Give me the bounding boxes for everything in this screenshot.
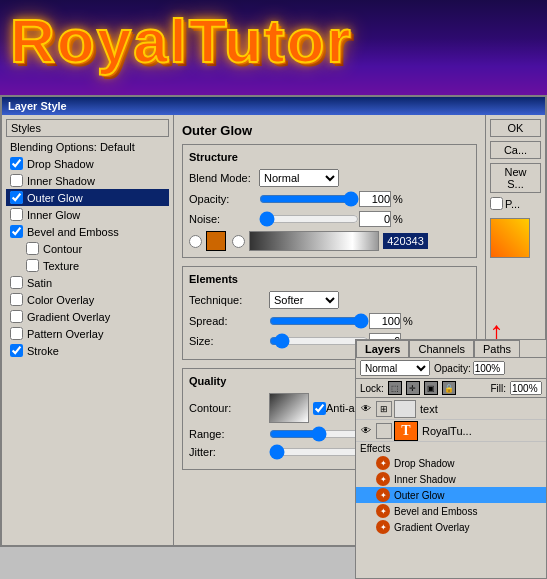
anti-alias-checkbox[interactable]: [313, 402, 326, 415]
blending-options-item[interactable]: Blending Options: Default: [6, 139, 169, 155]
brush-icon[interactable]: ▣: [424, 381, 438, 395]
preview-check: P...: [490, 197, 541, 210]
technique-label: Technique:: [189, 294, 269, 306]
color-row: 420343: [189, 231, 470, 251]
outer-glow-effect-icon: ✦: [376, 488, 390, 502]
blend-mode-select[interactable]: Normal Screen Multiply: [259, 169, 339, 187]
anti-alias-label: Anti-a: [326, 402, 355, 414]
opacity-input[interactable]: [359, 191, 391, 207]
styles-header[interactable]: Styles: [6, 119, 169, 137]
banner-text: RoyalTutor: [10, 5, 353, 76]
technique-select[interactable]: Softer Precise: [269, 291, 339, 309]
stroke-checkbox[interactable]: [10, 344, 23, 357]
drop-shadow-item[interactable]: Drop Shadow: [6, 155, 169, 172]
outer-glow-effect-label: Outer Glow: [394, 490, 445, 501]
color-overlay-checkbox[interactable]: [10, 293, 23, 306]
texture-item[interactable]: Texture: [6, 257, 169, 274]
effect-bevel-emboss[interactable]: ✦ Bevel and Emboss: [356, 503, 546, 519]
contour-preview[interactable]: [269, 393, 309, 423]
eye-icon-royal[interactable]: 👁: [358, 423, 374, 439]
outer-glow-item[interactable]: Outer Glow: [6, 189, 169, 206]
move-icon[interactable]: ✛: [406, 381, 420, 395]
color-radio[interactable]: [189, 235, 202, 248]
spread-slider[interactable]: [269, 314, 369, 328]
spread-input[interactable]: [369, 313, 401, 329]
pattern-overlay-checkbox[interactable]: [10, 327, 23, 340]
tab-paths[interactable]: Paths: [474, 340, 520, 357]
inner-shadow-checkbox[interactable]: [10, 174, 23, 187]
size-slider[interactable]: [269, 334, 369, 348]
opacity-label: Opacity:: [434, 363, 471, 374]
bevel-emboss-item[interactable]: Bevel and Emboss: [6, 223, 169, 240]
noise-slider[interactable]: [259, 212, 359, 226]
link-icon[interactable]: ⊞: [376, 401, 392, 417]
noise-label: Noise:: [189, 213, 259, 225]
satin-item[interactable]: Satin: [6, 274, 169, 291]
lock-label: Lock:: [360, 383, 384, 394]
color-overlay-item[interactable]: Color Overlay: [6, 291, 169, 308]
layers-controls: Normal Opacity:: [356, 358, 546, 379]
opacity-row: Opacity: %: [189, 191, 470, 207]
bevel-emboss-checkbox[interactable]: [10, 225, 23, 238]
new-style-button[interactable]: New S...: [490, 163, 541, 193]
contour-label: Contour:: [189, 402, 269, 414]
technique-row: Technique: Softer Precise: [189, 291, 470, 309]
gradient-overlay-effect-label: Gradient Overlay: [394, 522, 470, 533]
range-slider[interactable]: [269, 427, 369, 441]
opacity-value-input[interactable]: [473, 361, 505, 375]
jitter-slider[interactable]: [269, 445, 369, 459]
layer-row-royaltu[interactable]: 👁 T RoyalTu...: [356, 420, 546, 442]
elements-title: Elements: [189, 273, 470, 285]
jitter-label: Jitter:: [189, 446, 269, 458]
structure-section: Structure Blend Mode: Normal Screen Mult…: [182, 144, 477, 258]
link-icon-royal[interactable]: [376, 423, 392, 439]
color-swatch[interactable]: [206, 231, 226, 251]
cancel-button[interactable]: Ca...: [490, 141, 541, 159]
drop-shadow-effect-label: Drop Shadow: [394, 458, 455, 469]
layers-panel: Layers Channels Paths Normal Opacity: Lo…: [355, 339, 547, 579]
gradient-overlay-item[interactable]: Gradient Overlay: [6, 308, 169, 325]
gradient-overlay-checkbox[interactable]: [10, 310, 23, 323]
stroke-item[interactable]: Stroke: [6, 342, 169, 359]
fill-value-input[interactable]: [510, 381, 542, 395]
outer-glow-checkbox[interactable]: [10, 191, 23, 204]
contour-item[interactable]: Contour: [6, 240, 169, 257]
layer-row-text: 👁 ⊞ text: [356, 398, 546, 420]
gradient-bar[interactable]: [249, 231, 379, 251]
effects-label: Effects: [356, 442, 546, 455]
effect-drop-shadow[interactable]: ✦ Drop Shadow: [356, 455, 546, 471]
effect-outer-glow[interactable]: ✦ Outer Glow: [356, 487, 546, 503]
opacity-slider[interactable]: [259, 192, 359, 206]
drop-shadow-checkbox[interactable]: [10, 157, 23, 170]
satin-checkbox[interactable]: [10, 276, 23, 289]
effect-gradient-overlay[interactable]: ✦ Gradient Overlay: [356, 519, 546, 535]
opacity-label: Opacity:: [189, 193, 259, 205]
inner-shadow-effect-label: Inner Shadow: [394, 474, 456, 485]
spread-unit: %: [403, 315, 413, 327]
contour-checkbox[interactable]: [26, 242, 39, 255]
banner: RoyalTutor: [0, 0, 547, 95]
lock-icon[interactable]: ⬚: [388, 381, 402, 395]
pattern-overlay-item[interactable]: Pattern Overlay: [6, 325, 169, 342]
texture-checkbox[interactable]: [26, 259, 39, 272]
tab-layers[interactable]: Layers: [356, 340, 409, 357]
inner-shadow-item[interactable]: Inner Shadow: [6, 172, 169, 189]
preview-checkbox[interactable]: [490, 197, 503, 210]
layer-thumb-royal: T: [394, 421, 418, 441]
bevel-emboss-effect-label: Bevel and Emboss: [394, 506, 477, 517]
effect-inner-shadow[interactable]: ✦ Inner Shadow: [356, 471, 546, 487]
noise-input[interactable]: [359, 211, 391, 227]
eye-icon[interactable]: 👁: [358, 401, 374, 417]
noise-unit: %: [393, 213, 403, 225]
all-icon[interactable]: 🔒: [442, 381, 456, 395]
inner-glow-item[interactable]: Inner Glow: [6, 206, 169, 223]
tab-channels[interactable]: Channels: [409, 340, 473, 357]
size-label: Size:: [189, 335, 269, 347]
ok-button[interactable]: OK: [490, 119, 541, 137]
inner-glow-checkbox[interactable]: [10, 208, 23, 221]
layers-tabs: Layers Channels Paths: [356, 340, 546, 358]
structure-title: Structure: [189, 151, 470, 163]
layers-blend-select[interactable]: Normal: [360, 360, 430, 376]
gradient-radio[interactable]: [232, 235, 245, 248]
gradient-overlay-effect-icon: ✦: [376, 520, 390, 534]
